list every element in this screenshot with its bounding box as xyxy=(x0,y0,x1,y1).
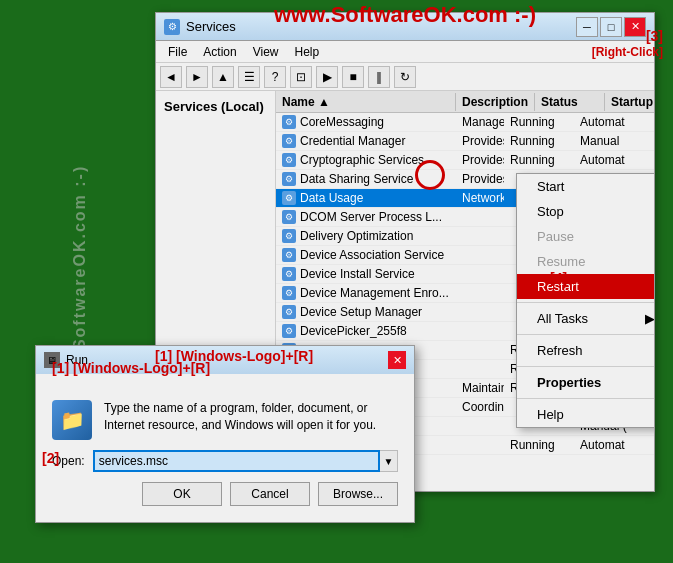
col-startup[interactable]: Startup T... xyxy=(605,93,654,111)
table-row[interactable]: ⚙Credential Manager Provides se... Runni… xyxy=(276,132,654,151)
menu-view[interactable]: View xyxy=(245,43,287,61)
menu-bar: File Action View Help xyxy=(156,41,654,63)
toolbar: ◄ ► ▲ ☰ ? ⊡ ▶ ■ ‖ ↻ xyxy=(156,63,654,91)
context-all-tasks[interactable]: All Tasks ▶ xyxy=(517,306,654,331)
context-properties[interactable]: Properties xyxy=(517,370,654,395)
cancel-button[interactable]: Cancel xyxy=(230,482,310,506)
menu-file[interactable]: File xyxy=(160,43,195,61)
service-name: ⚙Device Install Service xyxy=(276,266,456,282)
separator-1 xyxy=(517,302,654,303)
context-restart[interactable]: Restart xyxy=(517,274,654,299)
col-status[interactable]: Status xyxy=(535,93,605,111)
context-pause[interactable]: Pause xyxy=(517,224,654,249)
play-button[interactable]: ▶ xyxy=(316,66,338,88)
annotation-3: [3] xyxy=(646,28,663,44)
run-input[interactable] xyxy=(93,450,380,472)
context-stop[interactable]: Stop xyxy=(517,199,654,224)
watermark-text: www.SoftwareOK.com :-) xyxy=(155,0,655,30)
context-start[interactable]: Start xyxy=(517,174,654,199)
context-resume[interactable]: Resume xyxy=(517,249,654,274)
table-row[interactable]: ⚙Cryptographic Services Provides thr... … xyxy=(276,151,654,170)
run-content: 📁 Type the name of a program, folder, do… xyxy=(52,400,398,440)
back-button[interactable]: ◄ xyxy=(160,66,182,88)
ok-button[interactable]: OK xyxy=(142,482,222,506)
desktop: www.SoftwareOK.com :-) ⚙ Services ─ □ ✕ … xyxy=(0,0,673,563)
run-dialog: 🖥 Run ✕ [1] [Windows-Logo]+[R] 📁 Type th… xyxy=(35,345,415,523)
run-buttons: OK Cancel Browse... xyxy=(52,482,398,506)
annotation-right-click: [Right-Click] xyxy=(592,45,663,59)
annotation-4-label: [4] xyxy=(550,270,567,286)
run-open-row: Open: ▼ xyxy=(52,450,398,472)
run-description: Type the name of a program, folder, docu… xyxy=(104,400,398,434)
col-description[interactable]: Description xyxy=(456,93,535,111)
run-big-icon: 📁 xyxy=(52,400,92,440)
service-name: ⚙DevicePicker_255f8 xyxy=(276,323,456,339)
service-name: ⚙Device Association Service xyxy=(276,247,456,263)
table-row[interactable]: ⚙CoreMessaging Manages co... Running Aut… xyxy=(276,113,654,132)
services-header: Name ▲ Description Status Startup T... xyxy=(276,91,654,113)
service-name: ⚙Delivery Optimization xyxy=(276,228,456,244)
service-name: ⚙Data Usage xyxy=(276,190,456,206)
service-name: ⚙CoreMessaging xyxy=(276,114,456,130)
col-name[interactable]: Name ▲ xyxy=(276,93,456,111)
forward-button[interactable]: ► xyxy=(186,66,208,88)
menu-action[interactable]: Action xyxy=(195,43,244,61)
run-close-button[interactable]: ✕ xyxy=(388,351,406,369)
context-refresh[interactable]: Refresh xyxy=(517,338,654,363)
separator-2 xyxy=(517,334,654,335)
annotation-1-label: [1] [Windows-Logo]+[R] xyxy=(155,348,313,364)
service-name: ⚙Cryptographic Services xyxy=(276,152,456,168)
service-name: ⚙Credential Manager xyxy=(276,133,456,149)
service-name: ⚙Device Management Enro... xyxy=(276,285,456,301)
up-button[interactable]: ▲ xyxy=(212,66,234,88)
refresh-button[interactable]: ↻ xyxy=(394,66,416,88)
service-name: ⚙Data Sharing Service xyxy=(276,171,456,187)
separator-4 xyxy=(517,398,654,399)
run-dropdown-button[interactable]: ▼ xyxy=(380,450,398,472)
show-list-button[interactable]: ☰ xyxy=(238,66,260,88)
separator-3 xyxy=(517,366,654,367)
search-button[interactable]: ? xyxy=(264,66,286,88)
pause-button[interactable]: ‖ xyxy=(368,66,390,88)
connect-button[interactable]: ⊡ xyxy=(290,66,312,88)
service-name: ⚙Device Setup Manager xyxy=(276,304,456,320)
browse-button[interactable]: Browse... xyxy=(318,482,398,506)
stop-button[interactable]: ■ xyxy=(342,66,364,88)
service-name: ⚙DCOM Server Process L... xyxy=(276,209,456,225)
left-panel-title: Services (Local) xyxy=(164,99,267,114)
run-body: [1] [Windows-Logo]+[R] 📁 Type the name o… xyxy=(36,374,414,522)
context-help[interactable]: Help xyxy=(517,402,654,427)
annotation-2-label: [2] xyxy=(42,450,59,466)
menu-help[interactable]: Help xyxy=(287,43,328,61)
context-menu: Start Stop Pause Resume Restart All Task… xyxy=(516,173,654,428)
run-input-wrapper: ▼ xyxy=(93,450,398,472)
